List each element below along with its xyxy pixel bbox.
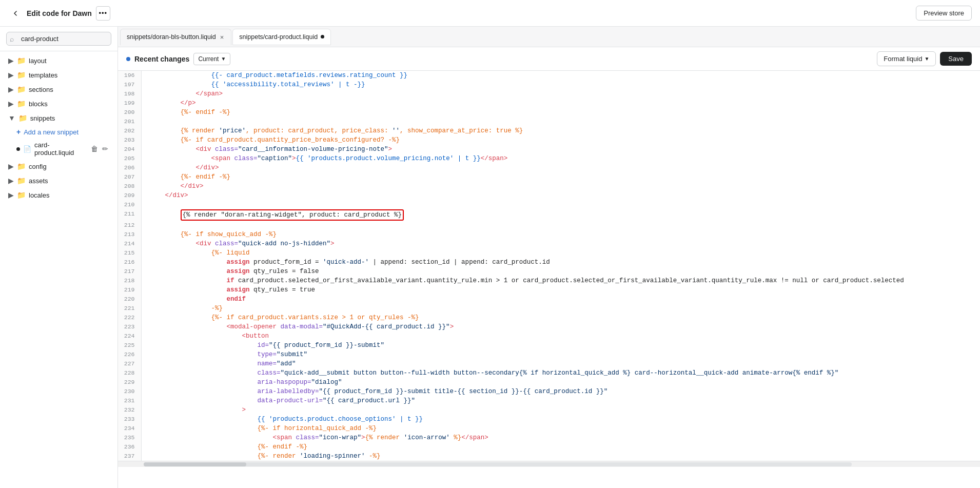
sidebar-file-card-product[interactable]: 📄 card-product.liquid 🗑 ✏ [2,139,115,159]
more-button[interactable]: ••• [96,6,110,21]
liquid-str-token: 'quick-add-' [323,259,369,266]
sidebar-item-assets[interactable]: ▶ 📁 assets [2,173,115,188]
back-button[interactable] [8,6,23,21]
plain-text [150,286,227,294]
tag-token: > [292,155,296,162]
main-container: ⌕ ▶ 📁 layout ▶ 📁 templates ▶ 📁 sections [0,27,980,488]
format-liquid-button[interactable]: Format liquid ▼ [877,51,936,66]
attr-name-token: class= [234,155,258,162]
line-content[interactable]: assign qty_rules = false [141,267,980,276]
liquid-var-token: {{ 'products.product.volume_pricing.note… [296,155,481,162]
line-content[interactable]: </div> [141,163,980,172]
line-content[interactable]: {%- if card_product.quantity_price_break… [141,135,980,145]
line-content[interactable] [141,117,980,126]
scrollbar-thumb[interactable] [144,462,246,466]
line-content[interactable]: aria-labelledby="{{ product_form_id }}-s… [141,387,980,396]
current-button[interactable]: Current ▼ [193,53,230,65]
liquid-keyword-token: endif [227,296,246,303]
preview-store-button[interactable]: Preview store [916,6,972,21]
line-content[interactable]: </div> [141,182,980,191]
line-content[interactable]: assign qty_rules = true [141,285,980,295]
plain-text: card_product.selected_or_first_available… [234,277,904,284]
sidebar-item-snippets[interactable]: ▼ 📁 snippets [2,111,115,125]
save-button[interactable]: Save [940,52,972,66]
line-content[interactable]: class="quick-add__submit button button--… [141,368,980,378]
line-content[interactable]: {%- if horizontal_quick_add -%} [141,424,980,433]
line-content[interactable]: {% render "doran-rating-widget", product… [141,209,980,221]
code-line-219: 219 assign qty_rules = true [118,285,980,295]
line-content[interactable]: -%} [141,304,980,313]
sidebar-item-locales[interactable]: ▶ 📁 locales [2,188,115,202]
horizontal-scrollbar[interactable] [118,461,980,467]
close-tab-button-doran[interactable]: × [219,34,225,41]
line-number: 209 [118,191,141,200]
chevron-right-icon-assets: ▶ [8,177,14,185]
line-content[interactable]: {%- endif -%} [141,172,980,182]
line-content[interactable]: <span class="icon-wrap">{% render 'icon-… [141,433,980,442]
line-content[interactable] [141,200,980,209]
line-content[interactable]: data-product-url="{{ card_product.url }}… [141,396,980,405]
line-content[interactable]: </div> [141,191,980,200]
line-content[interactable]: {%- endif -%} [141,108,980,117]
code-line-224: 224 <button [118,331,980,341]
attr-name-token: class= [215,240,238,247]
tag-token: > [450,323,454,330]
sidebar-item-config[interactable]: ▶ 📁 config [2,159,115,173]
attr-name-token: name= [258,360,277,367]
code-line-218: 218 if card_product.selected_or_first_av… [118,276,980,285]
liquid-tag-token: %} [450,434,462,441]
line-content[interactable]: {{ 'accessibility.total_reviews' | t -}} [141,80,980,89]
current-label: Current [198,55,219,63]
attr-value-token: "{{ product_form_id }}-submit" [269,342,384,349]
add-snippet-button[interactable]: + Add a new snippet [2,125,115,139]
code-editor[interactable]: 196 {{- card_product.metafields.reviews.… [118,71,980,488]
line-content[interactable]: id="{{ product_form_id }}-submit" [141,341,980,350]
line-content[interactable]: <span class="caption">{{ 'products.produ… [141,154,980,163]
line-content[interactable]: {%- endif -%} [141,442,980,452]
line-content[interactable]: {%- if show_quick_add -%} [141,230,980,239]
line-content[interactable]: > [141,405,980,415]
line-content[interactable]: aria-haspopup="dialog" [141,378,980,387]
sidebar-item-blocks[interactable]: ▶ 📁 blocks [2,96,115,111]
line-content[interactable]: {{ 'products.product.choose_options' | t… [141,415,980,424]
line-content[interactable]: {%- render 'loading-spinner' -%} [141,452,980,461]
line-number: 200 [118,108,141,117]
line-content[interactable]: assign product_form_id = 'quick-add-' | … [141,258,980,267]
delete-file-button[interactable]: 🗑 [90,144,99,154]
code-line-200: 200 {%- endif -%} [118,108,980,117]
tab-doran-bls-button[interactable]: snippets/doran-bls-button.liquid × [120,29,231,45]
line-content[interactable]: <button [141,331,980,341]
line-content[interactable]: {{- card_product.metafields.reviews.rati… [141,71,980,80]
plain-text: product_form_id = [250,259,323,266]
plain-text [150,136,181,144]
line-content[interactable]: <div class="card__information-volume-pri… [141,145,980,154]
sidebar-item-label-locales: locales [29,191,49,199]
line-content[interactable]: endif [141,295,980,304]
line-number: 219 [118,285,141,295]
folder-icon-layout: 📁 [17,56,26,65]
chevron-right-icon-templates: ▶ [8,71,14,79]
topbar: Edit code for Dawn ••• Preview store [0,0,980,27]
search-input[interactable] [6,32,111,46]
line-content[interactable]: <div class="quick-add no-js-hidden"> [141,239,980,248]
rename-file-button[interactable]: ✏ [101,144,109,154]
line-content[interactable] [141,221,980,230]
tab-card-product[interactable]: snippets/card-product.liquid [232,29,331,45]
sidebar-item-sections[interactable]: ▶ 📁 sections [2,82,115,96]
scrollbar-track[interactable] [144,462,852,466]
code-line-228: 228 class="quick-add__submit button butt… [118,368,980,378]
line-number: 208 [118,182,141,191]
line-content[interactable]: </span> [141,89,980,99]
sidebar-item-templates[interactable]: ▶ 📁 templates [2,68,115,82]
line-content[interactable]: <modal-opener data-modal="#QuickAdd-{{ c… [141,322,980,331]
line-content[interactable]: {%- if card_product.variants.size > 1 or… [141,313,980,322]
line-content[interactable]: name="add" [141,359,980,368]
line-content[interactable]: if card_product.selected_or_first_availa… [141,276,980,285]
line-number: 237 [118,452,141,461]
line-content[interactable]: {% render 'price', product: card_product… [141,126,980,135]
line-content[interactable]: type="submit" [141,350,980,359]
sidebar-item-layout[interactable]: ▶ 📁 layout [2,53,115,68]
line-number: 215 [118,248,141,258]
line-content[interactable]: </p> [141,99,980,108]
line-content[interactable]: {%- liquid [141,248,980,258]
